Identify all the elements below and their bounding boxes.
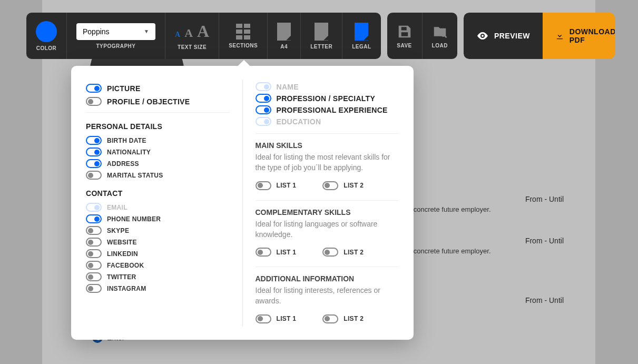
download-icon — [555, 30, 564, 42]
toggle-professional-experience[interactable]: PROFESSIONAL EXPERIENCE — [256, 105, 399, 114]
save-icon — [397, 24, 413, 40]
preview-button[interactable]: PREVIEW — [464, 13, 543, 59]
text-size-button[interactable]: AAA TEXT SIZE — [165, 13, 219, 59]
toggle-label: NATIONALITY — [107, 149, 151, 156]
toggle-linkedin[interactable]: LINKEDIN — [86, 249, 230, 258]
download-pdf-button[interactable]: DOWNLOAD PDF — [543, 13, 615, 59]
toggle-phone-number[interactable]: PHONE NUMBER — [86, 214, 230, 223]
toggle-label: PROFESSION / SPECIALTY — [277, 94, 376, 103]
toggle-switch[interactable] — [86, 238, 102, 247]
page-legal-label: LEGAL — [352, 44, 371, 50]
toggle-switch — [256, 117, 271, 126]
divider — [256, 133, 399, 134]
toggle-list-2[interactable]: LIST 2 — [322, 314, 364, 323]
page-legal-button[interactable]: LEGAL — [342, 13, 380, 59]
toggle-birth-date[interactable]: BIRTH DATE — [86, 136, 230, 145]
text-size-label: TEXT SIZE — [178, 44, 207, 50]
divider — [256, 200, 399, 201]
popover-left-column: PICTURE PROFILE / OBJECTIVE PERSONAL DET… — [86, 80, 243, 326]
contact-heading: CONTACT — [86, 189, 230, 198]
toggle-label: INSTAGRAM — [107, 285, 146, 292]
toggle-label: TWITTER — [107, 273, 136, 281]
toggle-label: BIRTH DATE — [107, 137, 146, 144]
toggle-switch[interactable] — [86, 214, 102, 223]
toggle-list-1[interactable]: LIST 1 — [256, 248, 297, 257]
svg-point-1 — [482, 35, 484, 37]
group-list-toggles: LIST 1LIST 2 — [256, 245, 399, 259]
toggle-label: ADDRESS — [107, 160, 139, 168]
toggle-label: MARITAL STATUS — [107, 172, 163, 179]
page-letter-button[interactable]: LETTER — [301, 13, 342, 59]
toggle-list-1[interactable]: LIST 1 — [256, 314, 297, 323]
toggle-switch[interactable] — [322, 314, 338, 323]
toggle-list-2[interactable]: LIST 2 — [322, 181, 364, 190]
toggle-switch[interactable] — [86, 226, 102, 235]
toggle-switch[interactable] — [256, 94, 271, 103]
toggle-label: LIST 1 — [277, 315, 297, 322]
toggle-profession-specialty[interactable]: PROFESSION / SPECIALTY — [256, 94, 399, 103]
load-icon — [432, 24, 448, 40]
group-title: ADDITIONAL INFORMATION — [256, 274, 399, 283]
sections-button[interactable]: SECTIONS — [219, 13, 268, 59]
group-description: Ideal for listing languages or software … — [256, 219, 399, 240]
toggle-facebook[interactable]: FACEBOOK — [86, 261, 230, 270]
toggle-label: EDUCATION — [277, 117, 321, 126]
toggle-label: WEBSITE — [107, 239, 137, 246]
toggle-switch[interactable] — [86, 136, 102, 145]
toggle-picture[interactable]: PICTURE — [86, 84, 230, 93]
toggle-switch[interactable] — [86, 97, 102, 106]
toggle-nationality[interactable]: NATIONALITY — [86, 147, 230, 156]
toggle-switch[interactable] — [86, 84, 102, 93]
popover-right-column: NAMEPROFESSION / SPECIALTYPROFESSIONAL E… — [243, 80, 399, 326]
color-swatch — [36, 21, 57, 42]
toggle-label: EMAIL — [107, 204, 127, 211]
toggle-switch[interactable] — [256, 248, 271, 257]
toggle-label: LIST 2 — [343, 315, 364, 322]
toggle-website[interactable]: WEBSITE — [86, 238, 230, 247]
toggle-switch — [256, 82, 271, 91]
toggle-label: LIST 1 — [277, 182, 297, 189]
toggle-label: SKYPE — [107, 227, 129, 234]
toggle-marital-status[interactable]: MARITAL STATUS — [86, 171, 230, 180]
toggle-switch[interactable] — [256, 105, 271, 114]
toggle-switch — [86, 203, 102, 212]
toggle-switch[interactable] — [86, 147, 102, 156]
toggle-list-1[interactable]: LIST 1 — [256, 181, 297, 190]
toggle-switch[interactable] — [86, 272, 102, 281]
group-description: Ideal for listing interests, references … — [256, 285, 399, 307]
toggle-label: LIST 1 — [277, 249, 297, 256]
toggle-switch[interactable] — [86, 159, 102, 168]
toggle-address[interactable]: ADDRESS — [86, 159, 230, 168]
toggle-switch[interactable] — [256, 314, 271, 323]
font-selected-value: Poppins — [83, 27, 110, 36]
divider — [256, 267, 399, 267]
toggle-switch[interactable] — [86, 171, 102, 180]
save-button[interactable]: SAVE — [387, 13, 423, 59]
toggle-list-2[interactable]: LIST 2 — [322, 248, 364, 257]
toggle-label: FACEBOOK — [107, 262, 144, 269]
font-select[interactable]: Poppins ▼ — [76, 23, 155, 40]
toggle-switch[interactable] — [86, 261, 102, 270]
toggle-label: PHONE NUMBER — [107, 215, 161, 223]
toggle-label: NAME — [277, 83, 299, 91]
group-title: MAIN SKILLS — [256, 141, 399, 150]
page-icon — [315, 23, 328, 41]
typography-cell: Poppins ▼ TYPOGRAPHY — [67, 13, 165, 59]
toggle-label: PROFILE / OBJECTIVE — [107, 97, 190, 106]
chevron-down-icon: ▼ — [144, 28, 149, 34]
toggle-switch[interactable] — [322, 181, 338, 190]
load-button[interactable]: LOAD — [423, 13, 457, 59]
toggle-profile-objective[interactable]: PROFILE / OBJECTIVE — [86, 97, 230, 106]
toggle-name: NAME — [256, 82, 399, 91]
toggle-switch[interactable] — [86, 249, 102, 258]
page-a4-button[interactable]: A4 — [268, 13, 301, 59]
toggle-instagram[interactable]: INSTAGRAM — [86, 284, 230, 293]
toggle-switch[interactable] — [322, 248, 338, 257]
preview-label: PREVIEW — [494, 32, 530, 40]
text-size-icon: AAA — [175, 22, 209, 41]
color-picker-button[interactable]: COLOR — [26, 13, 67, 59]
toggle-twitter[interactable]: TWITTER — [86, 272, 230, 281]
toggle-skype[interactable]: SKYPE — [86, 226, 230, 235]
toggle-switch[interactable] — [256, 181, 271, 190]
toggle-switch[interactable] — [86, 284, 102, 293]
